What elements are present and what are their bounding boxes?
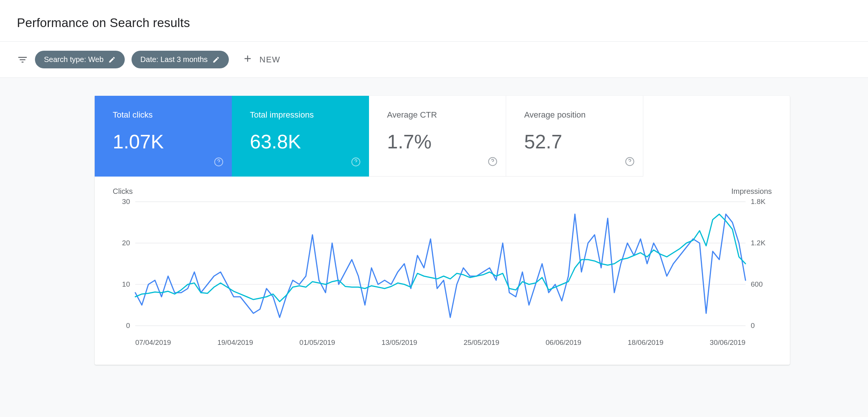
metric-label: Total impressions xyxy=(250,110,355,120)
metric-tile-clicks[interactable]: Total clicks 1.07K xyxy=(95,96,232,177)
metric-tile-ctr[interactable]: Average CTR 1.7% xyxy=(369,96,506,177)
filter-chip-label: Date: Last 3 months xyxy=(141,55,208,64)
svg-text:10: 10 xyxy=(122,280,130,288)
svg-text:600: 600 xyxy=(751,280,763,288)
x-tick: 13/05/2019 xyxy=(381,338,417,347)
metric-row: Total clicks 1.07K Total impressions 63.… xyxy=(95,96,790,177)
svg-point-3 xyxy=(355,163,356,164)
metric-value: 63.8K xyxy=(250,130,355,153)
filter-chip-search-type[interactable]: Search type: Web xyxy=(35,51,125,68)
performance-card: Total clicks 1.07K Total impressions 63.… xyxy=(95,96,790,365)
help-icon[interactable] xyxy=(488,157,498,168)
metric-tile-impressions[interactable]: Total impressions 63.8K xyxy=(232,96,369,177)
page-header: Performance on Search results xyxy=(0,0,868,42)
chart-container: Clicks Impressions 301.8K201.2K1060000 0… xyxy=(95,177,790,365)
metric-value: 52.7 xyxy=(524,130,629,153)
left-axis-label: Clicks xyxy=(113,187,133,196)
metric-value: 1.07K xyxy=(113,130,218,153)
plus-icon xyxy=(242,53,253,66)
help-icon[interactable] xyxy=(214,157,224,168)
metric-label: Average position xyxy=(524,110,629,120)
performance-chart[interactable]: 301.8K201.2K1060000 xyxy=(113,198,772,333)
metric-tile-position[interactable]: Average position 52.7 xyxy=(506,96,643,177)
x-tick: 25/05/2019 xyxy=(464,338,499,347)
x-tick: 06/06/2019 xyxy=(546,338,581,347)
svg-text:20: 20 xyxy=(122,239,130,247)
metric-label: Total clicks xyxy=(113,110,218,120)
pencil-icon xyxy=(108,56,116,63)
add-filter-button[interactable]: NEW xyxy=(242,53,281,66)
x-tick: 07/04/2019 xyxy=(135,338,171,347)
help-icon[interactable] xyxy=(625,157,635,168)
help-icon[interactable] xyxy=(351,157,361,168)
svg-point-1 xyxy=(218,163,219,164)
svg-point-7 xyxy=(629,163,630,164)
x-tick: 01/05/2019 xyxy=(299,338,335,347)
content-area: Total clicks 1.07K Total impressions 63.… xyxy=(0,78,868,417)
svg-text:0: 0 xyxy=(126,322,130,329)
filter-chip-label: Search type: Web xyxy=(44,55,104,64)
x-tick: 19/04/2019 xyxy=(217,338,253,347)
svg-text:1.2K: 1.2K xyxy=(751,239,765,247)
x-axis-ticks: 07/04/201919/04/201901/05/201913/05/2019… xyxy=(113,338,772,347)
metric-label: Average CTR xyxy=(387,110,491,120)
svg-text:1.8K: 1.8K xyxy=(751,198,765,205)
filter-chip-date[interactable]: Date: Last 3 months xyxy=(132,51,229,68)
x-tick: 18/06/2019 xyxy=(628,338,663,347)
svg-point-5 xyxy=(492,163,493,164)
add-filter-label: NEW xyxy=(260,55,281,65)
svg-text:30: 30 xyxy=(122,198,130,205)
right-axis-label: Impressions xyxy=(731,187,772,196)
svg-text:0: 0 xyxy=(751,322,755,329)
filter-bar: Search type: Web Date: Last 3 months NEW xyxy=(0,42,868,78)
x-tick: 30/06/2019 xyxy=(710,338,746,347)
pencil-icon xyxy=(212,56,220,63)
page-title: Performance on Search results xyxy=(17,16,851,30)
metric-value: 1.7% xyxy=(387,130,491,153)
filter-icon[interactable] xyxy=(17,54,28,65)
